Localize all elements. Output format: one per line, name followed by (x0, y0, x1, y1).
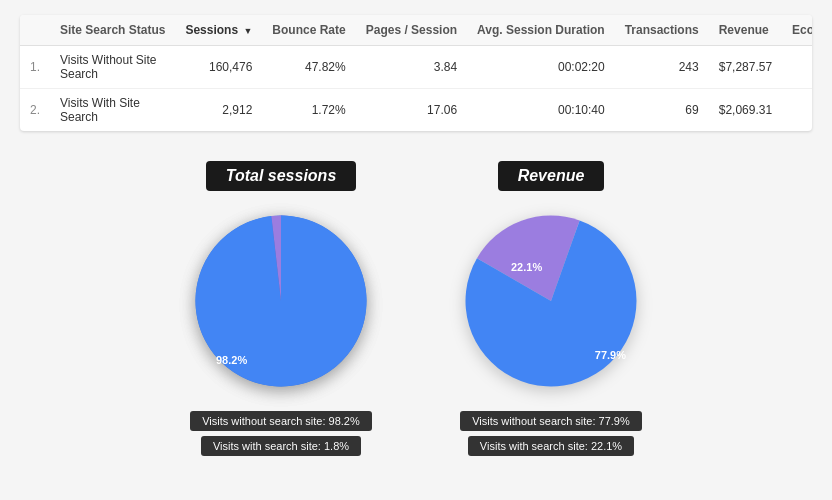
cell-duration: 00:02:20 (467, 46, 615, 89)
table-row: 2. Visits With Site Search 2,912 1.72% 1… (20, 89, 812, 132)
revenue-legend: Visits without search site: 77.9% Visits… (460, 411, 642, 456)
cell-duration: 00:10:40 (467, 89, 615, 132)
cell-ecommerce: 0.15% (782, 46, 812, 89)
revenue-pie-svg (456, 206, 646, 396)
sessions-legend-item-1: Visits without search site: 98.2% (190, 411, 372, 431)
cell-bounce: 1.72% (262, 89, 355, 132)
total-sessions-title: Total sessions (206, 161, 357, 191)
revenue-pie: 77.9% 22.1% (456, 206, 646, 396)
col-header-status[interactable]: Site Search Status (50, 15, 175, 46)
cell-sessions: 2,912 (175, 89, 262, 132)
data-table-container: Site Search Status Sessions ▼ Bounce Rat… (20, 15, 812, 131)
table-row: 1. Visits Without Site Search 160,476 47… (20, 46, 812, 89)
total-sessions-chart: Total sessions (186, 161, 376, 456)
col-header-sessions[interactable]: Sessions ▼ (175, 15, 262, 46)
row-num: 1. (20, 46, 50, 89)
cell-transactions: 69 (615, 89, 709, 132)
charts-area: Total sessions (20, 151, 812, 466)
cell-revenue: $7,287.57 (709, 46, 782, 89)
sessions-pie-svg (186, 206, 376, 396)
col-header-pages[interactable]: Pages / Session (356, 15, 467, 46)
cell-ecommerce: 2.37% (782, 89, 812, 132)
revenue-legend-item-1: Visits without search site: 77.9% (460, 411, 642, 431)
sessions-label-large: 98.2% (216, 354, 247, 366)
revenue-legend-item-2: Visits with search site: 22.1% (468, 436, 634, 456)
cell-pages: 3.84 (356, 46, 467, 89)
cell-bounce: 47.82% (262, 46, 355, 89)
revenue-label-large: 77.9% (595, 349, 626, 361)
col-header-bounce[interactable]: Bounce Rate (262, 15, 355, 46)
sort-icon: ▼ (243, 26, 252, 36)
revenue-title: Revenue (498, 161, 605, 191)
row-num: 2. (20, 89, 50, 132)
data-table: Site Search Status Sessions ▼ Bounce Rat… (20, 15, 812, 131)
revenue-chart: Revenue 77.9% 22.1% Visits without searc… (456, 161, 646, 456)
col-header-num (20, 15, 50, 46)
revenue-label-small: 22.1% (511, 261, 542, 273)
col-header-duration[interactable]: Avg. Session Duration (467, 15, 615, 46)
cell-status: Visits With Site Search (50, 89, 175, 132)
total-sessions-pie: 98.2% (186, 206, 376, 396)
total-sessions-legend: Visits without search site: 98.2% Visits… (190, 411, 372, 456)
page-wrapper: Site Search Status Sessions ▼ Bounce Rat… (0, 0, 832, 481)
cell-sessions: 160,476 (175, 46, 262, 89)
col-header-ecommerce[interactable]: Ecommerce Conversi... (782, 15, 812, 46)
cell-pages: 17.06 (356, 89, 467, 132)
sessions-legend-item-2: Visits with search site: 1.8% (201, 436, 361, 456)
cell-revenue: $2,069.31 (709, 89, 782, 132)
cell-transactions: 243 (615, 46, 709, 89)
col-header-revenue[interactable]: Revenue (709, 15, 782, 46)
col-header-transactions[interactable]: Transactions (615, 15, 709, 46)
cell-status: Visits Without Site Search (50, 46, 175, 89)
